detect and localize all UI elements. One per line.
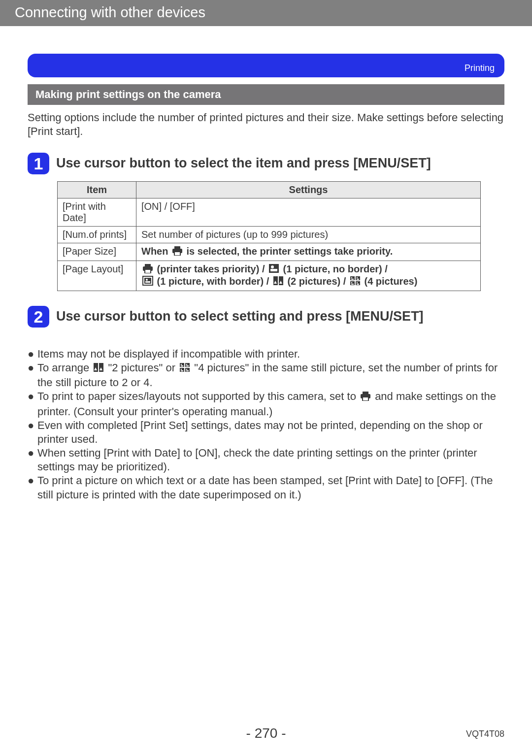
subsection-bar: Making print settings on the camera <box>28 84 504 105</box>
bullet-icon: ● <box>28 390 37 418</box>
step-2-title: Use cursor button to select setting and … <box>56 306 424 325</box>
cell-text: is selected, the printer settings take p… <box>184 246 393 257</box>
settings-table: Item Settings [Print with Date] [ON] / [… <box>57 181 481 291</box>
cell-setting: Set number of pictures (up to 999 pictur… <box>136 227 481 243</box>
cell-setting: (printer takes priority) / (1 picture, n… <box>136 261 481 291</box>
note-text: To print to paper sizes/layouts not supp… <box>37 390 504 418</box>
note-text: Items may not be displayed if incompatib… <box>37 347 504 361</box>
bullet-icon: ● <box>28 474 37 501</box>
table-row: [Page Layout] (printer takes priority) /… <box>58 261 481 291</box>
notes-list: ● Items may not be displayed if incompat… <box>28 347 504 502</box>
two-pic-icon <box>273 276 284 288</box>
note-text: When setting [Print with Date] to [ON], … <box>37 446 504 474</box>
note-fragment: "2 pictures" or <box>105 362 178 374</box>
cell-text: (2 pictures) / <box>285 276 349 287</box>
th-item: Item <box>58 182 136 198</box>
th-settings: Settings <box>136 182 481 198</box>
table-row: [Paper Size] When is selected, the print… <box>58 243 481 261</box>
printer-icon <box>142 263 153 276</box>
note-text: Even with completed [Print Set] settings… <box>37 419 504 446</box>
cell-text: When <box>141 246 171 257</box>
cell-item: [Print with Date] <box>58 198 136 227</box>
bullet-icon: ● <box>28 361 37 390</box>
subsection-title: Making print settings on the camera <box>35 88 221 100</box>
cell-text: (1 picture, with border) / <box>154 276 272 287</box>
one-pic-border-icon <box>142 276 153 288</box>
cell-text: (1 picture, no border) / <box>280 263 388 274</box>
printer-icon <box>172 246 183 258</box>
page-number: - 270 - <box>0 725 532 741</box>
document-id: VQT4T08 <box>466 729 504 739</box>
note-text: To print a picture on which text or a da… <box>37 474 504 501</box>
topic-label: Printing <box>465 63 495 73</box>
two-pic-icon <box>93 362 104 376</box>
cell-text: (printer takes priority) / <box>154 263 267 274</box>
step-1: 1 Use cursor button to select the item a… <box>28 153 504 174</box>
note-fragment: To print to paper sizes/layouts not supp… <box>37 390 359 402</box>
one-pic-noborder-icon <box>268 263 279 276</box>
cell-setting: When is selected, the printer settings t… <box>136 243 481 261</box>
cell-item: [Num.of prints] <box>58 227 136 243</box>
note-fragment: To arrange <box>37 362 92 374</box>
bullet-icon: ● <box>28 446 37 474</box>
section-title: Connecting with other devices <box>15 4 205 20</box>
note-item: ● When setting [Print with Date] to [ON]… <box>28 446 504 474</box>
table-row: [Num.of prints] Set number of pictures (… <box>58 227 481 243</box>
note-item: ● To arrange "2 pictures" or "4 pictures… <box>28 361 504 390</box>
note-item: ● To print to paper sizes/layouts not su… <box>28 390 504 418</box>
step-number-badge: 2 <box>28 306 49 328</box>
bullet-icon: ● <box>28 347 37 361</box>
bullet-icon: ● <box>28 419 37 446</box>
four-pic-icon <box>350 276 361 288</box>
note-item: ● To print a picture on which text or a … <box>28 474 504 501</box>
four-pic-icon <box>179 362 190 376</box>
table-row: [Print with Date] [ON] / [OFF] <box>58 198 481 227</box>
note-item: ● Even with completed [Print Set] settin… <box>28 419 504 446</box>
cell-setting: [ON] / [OFF] <box>136 198 481 227</box>
step-2: 2 Use cursor button to select setting an… <box>28 306 504 328</box>
printer-icon <box>360 391 371 404</box>
note-text: To arrange "2 pictures" or "4 pictures" … <box>37 361 504 390</box>
note-item: ● Items may not be displayed if incompat… <box>28 347 504 361</box>
intro-text: Setting options include the number of pr… <box>28 111 504 138</box>
step-number-badge: 1 <box>28 153 49 174</box>
step-1-title: Use cursor button to select the item and… <box>56 153 431 172</box>
topic-banner: Printing <box>28 54 504 77</box>
cell-text: (4 pictures) <box>362 276 417 287</box>
section-header: Connecting with other devices <box>0 0 532 26</box>
cell-item: [Page Layout] <box>58 261 136 291</box>
cell-item: [Paper Size] <box>58 243 136 261</box>
